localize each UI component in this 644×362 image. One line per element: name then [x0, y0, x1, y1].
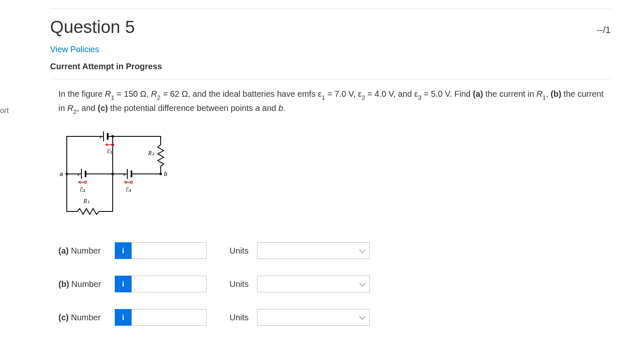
score-display: --/1	[597, 25, 611, 35]
node-a-label: a	[60, 171, 63, 177]
circuit-diagram: + + + a b ℰ₁ ℰ₂	[58, 128, 611, 226]
question-content: Question 5 --/1 View Policies Current At…	[17, 0, 644, 359]
svg-marker-20	[124, 181, 126, 184]
node-b-label: b	[164, 171, 167, 177]
question-header: Question 5 --/1	[50, 17, 611, 37]
svg-point-21	[131, 181, 133, 184]
answer-b-label: (b) Number	[58, 279, 115, 289]
svg-marker-14	[105, 143, 108, 146]
answer-c-label: (c) Number	[58, 313, 115, 322]
info-icon[interactable]: i	[115, 276, 131, 292]
units-a-label: Units	[230, 246, 249, 256]
answer-a-label: (a) Number	[58, 246, 115, 256]
svg-point-7	[111, 173, 114, 175]
r1-label: R₁	[83, 198, 90, 204]
question-title: Question 5	[50, 17, 135, 37]
units-c-label: Units	[230, 313, 249, 322]
units-a-select[interactable]	[257, 242, 370, 259]
svg-point-9	[111, 135, 114, 138]
svg-text:+: +	[77, 173, 80, 177]
units-b-label: Units	[230, 279, 249, 289]
answer-row-a: (a) Number i Units	[58, 242, 611, 259]
answer-a-input[interactable]	[131, 242, 207, 259]
info-icon[interactable]: i	[115, 242, 131, 259]
svg-point-8	[159, 173, 162, 175]
svg-point-18	[85, 181, 87, 184]
svg-text:+: +	[99, 135, 102, 140]
emf1-label: ℰ₁	[107, 148, 113, 154]
sidebar-fragment: ort	[0, 106, 9, 115]
answer-c-input[interactable]	[131, 309, 207, 326]
emf2-label: ℰ₂	[80, 186, 86, 193]
answer-b-input[interactable]	[131, 276, 207, 292]
question-body: In the figure R1 = 150 Ω, R2 = 62 Ω, and…	[50, 79, 611, 326]
view-policies-link[interactable]: View Policies	[50, 45, 611, 54]
units-c-select[interactable]	[257, 309, 370, 326]
top-divider	[50, 8, 611, 9]
units-b-select[interactable]	[257, 276, 370, 292]
answer-row-b: (b) Number i Units	[58, 276, 611, 292]
emf3-label: ℰ₃	[126, 186, 131, 193]
r2-label: R₂	[148, 150, 154, 156]
svg-marker-17	[78, 181, 81, 184]
attempt-status: Current Attempt in Progress	[50, 62, 611, 71]
svg-point-6	[66, 173, 68, 175]
info-icon[interactable]: i	[115, 309, 131, 326]
answer-row-c: (c) Number i Units	[58, 309, 611, 326]
svg-text:+: +	[123, 173, 126, 177]
problem-statement: In the figure R1 = 150 Ω, R2 = 62 Ω, and…	[58, 88, 611, 116]
